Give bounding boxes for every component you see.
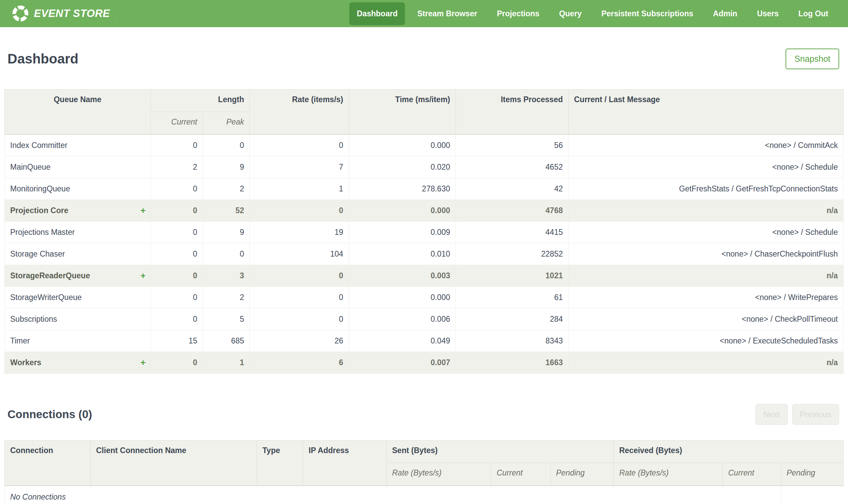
col-header-received-bytes: Received (Bytes) — [614, 440, 844, 463]
queue-name: MonitoringQueue — [10, 184, 70, 194]
col-header-items-processed: Items Processed — [456, 89, 569, 134]
queue-row: StorageWriterQueue0200.00061<none> / Wri… — [5, 286, 844, 308]
queue-time: 0.020 — [349, 156, 456, 178]
nav-item-query[interactable]: Query — [552, 2, 589, 25]
expand-icon[interactable]: + — [141, 271, 146, 280]
queue-name: Workers — [10, 358, 41, 367]
queue-name-cell: Storage Chaser — [5, 243, 151, 265]
nav-item-dashboard[interactable]: Dashboard — [349, 2, 405, 25]
queue-row: MonitoringQueue021278.63042GetFreshStats… — [5, 178, 844, 200]
queue-length-peak: 0 — [203, 243, 250, 265]
no-connections-row: No Connections — [5, 486, 844, 504]
queue-name-cell: StorageReaderQueue+ — [5, 265, 151, 286]
col-header-received-rate: Rate (Bytes/s) — [614, 463, 723, 486]
queue-row: Storage Chaser001040.01022852<none> / Ch… — [5, 243, 844, 265]
queue-time: 0.000 — [349, 286, 456, 308]
col-header-sent-pending: Pending — [551, 463, 614, 486]
queue-name-cell: MainQueue — [5, 156, 151, 178]
queue-rate: 1 — [250, 178, 349, 200]
queue-time: 0.000 — [349, 200, 456, 221]
queue-items-processed: 4415 — [456, 221, 569, 243]
queue-length-current: 0 — [151, 134, 203, 156]
queue-message: n/a — [569, 265, 844, 286]
queue-length-peak: 2 — [203, 178, 250, 200]
queue-items-processed: 1021 — [456, 265, 569, 286]
queue-time: 278.630 — [349, 178, 456, 200]
queue-length-peak: 5 — [203, 308, 250, 330]
queue-rate: 7 — [250, 156, 349, 178]
queue-name: Timer — [10, 336, 30, 345]
queue-rate: 0 — [250, 308, 349, 330]
previous-button[interactable]: Previous — [792, 404, 839, 425]
queue-length-current: 0 — [151, 178, 203, 200]
queue-time: 0.009 — [349, 221, 456, 243]
queue-message: <none> / WritePrepares — [569, 286, 844, 308]
col-header-client-connection-name: Client Connection Name — [91, 440, 257, 486]
connections-title: Connections (0) — [7, 408, 92, 421]
queue-length-current: 0 — [151, 286, 203, 308]
queue-name: Index Committer — [10, 141, 68, 150]
queue-time: 0.006 — [349, 308, 456, 330]
eventstore-brand[interactable]: EVENT STORE . — [12, 5, 116, 22]
nav-item-admin[interactable]: Admin — [705, 2, 745, 25]
queue-name-cell: Timer — [5, 330, 151, 352]
nav-item-stream-browser[interactable]: Stream Browser — [410, 2, 484, 25]
queue-name: Storage Chaser — [10, 250, 65, 258]
brand-trademark: . — [115, 15, 116, 20]
queue-time: 0.003 — [349, 265, 456, 286]
expand-icon[interactable]: + — [141, 358, 146, 367]
main-nav: Dashboard Stream Browser Projections Que… — [345, 2, 836, 25]
queue-name: Projection Core — [10, 206, 68, 215]
queue-name: StorageReaderQueue — [10, 271, 90, 280]
queue-length-peak: 685 — [203, 330, 250, 352]
queue-name-cell: StorageWriterQueue — [5, 286, 151, 308]
page-title: Dashboard — [7, 51, 78, 67]
queue-length-peak: 9 — [203, 221, 250, 243]
col-header-sent-bytes: Sent (Bytes) — [387, 440, 614, 463]
queue-length-peak: 9 — [203, 156, 250, 178]
col-header-type: Type — [257, 440, 303, 486]
queue-time: 0.010 — [349, 243, 456, 265]
top-navigation-bar: EVENT STORE . Dashboard Stream Browser P… — [0, 0, 848, 27]
queue-rate: 26 — [250, 330, 349, 352]
col-header-connection: Connection — [5, 440, 91, 486]
col-header-queue-name: Queue Name — [5, 89, 151, 134]
queue-message: <none> / CommitAck — [569, 134, 844, 156]
queue-group-row: Workers+0160.0071663n/a — [5, 352, 844, 373]
snapshot-button[interactable]: Snapshot — [786, 49, 839, 69]
expand-icon[interactable]: + — [141, 206, 146, 215]
queue-message: <none> / CheckPollTimeout — [569, 308, 844, 330]
col-header-received-current: Current — [723, 463, 781, 486]
queue-name-cell: Index Committer — [5, 134, 151, 156]
queue-message: <none> / Schedule — [569, 221, 844, 243]
queue-message: GetFreshStats / GetFreshTcpConnectionSta… — [569, 178, 844, 200]
nav-item-projections[interactable]: Projections — [489, 2, 547, 25]
queue-items-processed: 61 — [456, 286, 569, 308]
queue-rate: 0 — [250, 265, 349, 286]
col-header-received-pending: Pending — [781, 463, 844, 486]
queue-length-current: 0 — [151, 200, 203, 221]
queue-items-processed: 56 — [456, 134, 569, 156]
queue-length-peak: 52 — [203, 200, 250, 221]
queue-length-peak: 2 — [203, 286, 250, 308]
queue-name-cell: Projection Core+ — [5, 200, 151, 221]
queue-name: Projections Master — [10, 228, 75, 237]
queue-length-current: 2 — [151, 156, 203, 178]
nav-item-persistent-subscriptions[interactable]: Persistent Subscriptions — [594, 2, 701, 25]
queue-rate: 19 — [250, 221, 349, 243]
queue-items-processed: 1663 — [456, 352, 569, 373]
col-header-length: Length — [151, 89, 250, 112]
queue-row: Index Committer0000.00056<none> / Commit… — [5, 134, 844, 156]
queue-items-processed: 4768 — [456, 200, 569, 221]
brand-title: EVENT STORE — [34, 7, 110, 20]
nav-item-users[interactable]: Users — [750, 2, 786, 25]
connections-table: Connection Client Connection Name Type I… — [4, 440, 844, 504]
queue-name: StorageWriterQueue — [10, 293, 82, 302]
next-button[interactable]: Next — [755, 404, 788, 425]
nav-item-log-out[interactable]: Log Out — [791, 2, 836, 25]
queue-length-current: 15 — [151, 330, 203, 352]
col-header-length-peak: Peak — [203, 112, 250, 134]
queue-time: 0.049 — [349, 330, 456, 352]
queue-time: 0.000 — [349, 134, 456, 156]
queue-name: Subscriptions — [10, 314, 57, 324]
